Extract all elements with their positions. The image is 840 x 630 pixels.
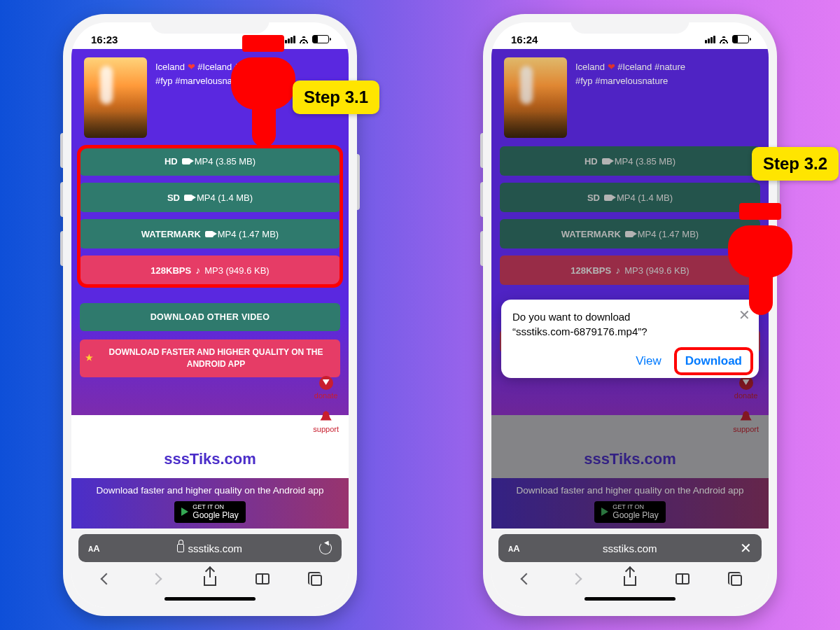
tabs-button[interactable] — [727, 570, 743, 587]
label: HD — [164, 156, 178, 167]
phone-notch — [150, 14, 270, 34]
highlight-outline — [674, 347, 753, 375]
wifi-icon — [718, 35, 729, 43]
label: SD — [167, 192, 180, 203]
safari-toolbar — [78, 562, 342, 596]
donate-button[interactable]: donate — [314, 376, 338, 400]
donate-icon — [319, 376, 333, 390]
site-name: sssTiks.com — [71, 415, 349, 474]
download-sd-button[interactable]: SD MP4 (1.4 MB) — [80, 183, 340, 212]
caption-text: Iceland — [155, 62, 188, 72]
bookmarks-button[interactable] — [674, 570, 691, 587]
step-label: Step 3.1 — [293, 80, 379, 114]
reload-icon[interactable] — [319, 542, 332, 554]
secondary-actions: DOWNLOAD OTHER VIDEO ★ DOWNLOAD FASTER A… — [71, 290, 349, 384]
tabs-button[interactable] — [307, 570, 323, 587]
label: 128KBPS — [150, 265, 191, 276]
safari-toolbar — [498, 562, 762, 596]
play-icon — [181, 507, 188, 516]
dialog-message: Do you want to download “ssstiks.com-687… — [512, 309, 748, 339]
label: MP4 (1.47 MB) — [218, 229, 279, 239]
label: Download faster and higher quality on th… — [97, 485, 324, 496]
signal-icon — [705, 36, 715, 43]
google-play-badge[interactable]: GET IT ONGoogle Play — [174, 501, 245, 523]
battery-icon — [732, 35, 749, 43]
step-label: Step 3.2 — [752, 147, 839, 181]
bell-icon — [320, 411, 332, 424]
home-indicator[interactable] — [164, 597, 255, 601]
download-options: HD MP4 (3.85 MB) SD MP4 (1.4 MB) WATERMA… — [71, 144, 349, 290]
lock-icon — [177, 544, 184, 552]
label: DOWNLOAD FASTER AND HIGHER QUALITY ON TH… — [97, 346, 335, 370]
dialog-actions: View Download — [512, 351, 748, 371]
label: support — [313, 425, 339, 433]
safari-chrome: AA ssstiks.com — [71, 528, 349, 608]
forward-button[interactable] — [569, 570, 586, 587]
share-button[interactable] — [202, 570, 218, 587]
battery-icon — [312, 35, 329, 43]
status-icons — [705, 35, 749, 43]
share-button[interactable] — [622, 570, 638, 587]
label: MP3 (949.6 KB) — [204, 265, 270, 276]
pointer-hand-icon — [714, 203, 798, 322]
pointer-hand-icon — [217, 35, 301, 154]
download-button[interactable]: Download — [680, 351, 748, 371]
url-display: ssstiks.com — [177, 542, 243, 554]
page-footer: donate support sssTiks.com — [71, 415, 349, 478]
support-button[interactable]: support — [313, 411, 339, 433]
address-bar[interactable]: AA ssstiks.com — [78, 534, 342, 562]
heart-icon: ❤ — [188, 62, 195, 72]
status-time: 16:24 — [511, 34, 538, 46]
address-bar[interactable]: AA ssstiks.com ✕ — [498, 534, 762, 562]
label: WATERMARK — [141, 229, 201, 239]
back-button[interactable] — [517, 570, 533, 587]
android-app-promo-button[interactable]: ★ DOWNLOAD FASTER AND HIGHER QUALITY ON … — [80, 340, 340, 377]
view-button[interactable]: View — [636, 354, 662, 368]
floating-actions: donate support — [313, 376, 339, 433]
video-icon — [184, 195, 192, 201]
phone-mockup-right: Step 3.2 16:24 Iceland ❤ #Iceland #natur… — [483, 14, 777, 616]
label: MP4 (1.4 MB) — [197, 192, 253, 203]
download-other-video-button[interactable]: DOWNLOAD OTHER VIDEO — [80, 303, 340, 331]
label: Google Play — [192, 511, 238, 520]
music-note-icon: ♪ — [195, 265, 200, 276]
label: MP4 (3.85 MB) — [195, 156, 255, 167]
app-content: Iceland ❤ #Iceland #nature #fyp #marvelo… — [71, 49, 349, 528]
url-text: ssstiks.com — [188, 542, 243, 554]
status-time: 16:23 — [91, 34, 118, 46]
phone-mockup-left: Step 3.1 16:23 Iceland ❤ #Iceland #natur… — [63, 14, 357, 616]
download-mp3-button[interactable]: 128KBPS ♪ MP3 (949.6 KB) — [80, 255, 340, 285]
text-size-button[interactable]: AA — [88, 543, 100, 554]
forward-button[interactable] — [149, 570, 166, 587]
text: Do you want to download — [512, 311, 630, 323]
star-icon: ★ — [85, 352, 93, 364]
close-icon[interactable]: ✕ — [740, 541, 752, 555]
safari-chrome: AA ssstiks.com ✕ — [491, 528, 769, 608]
text-size-button[interactable]: AA — [508, 543, 520, 554]
video-icon — [205, 231, 214, 237]
phone-notch — [570, 14, 690, 34]
video-thumbnail[interactable] — [84, 57, 147, 138]
video-icon — [182, 158, 190, 164]
back-button[interactable] — [97, 570, 113, 587]
text: “ssstiks.com-6879176.mp4”? — [512, 326, 648, 337]
download-hd-button[interactable]: HD MP4 (3.85 MB) — [80, 146, 340, 176]
url-text: ssstiks.com — [603, 542, 657, 554]
url-display: ssstiks.com — [603, 542, 657, 554]
download-watermark-button[interactable]: WATERMARK MP4 (1.47 MB) — [80, 219, 340, 248]
bookmarks-button[interactable] — [254, 570, 271, 587]
promo-banner[interactable]: Download faster and higher quality on th… — [71, 478, 349, 528]
label: donate — [314, 391, 338, 400]
home-indicator[interactable] — [584, 597, 676, 601]
